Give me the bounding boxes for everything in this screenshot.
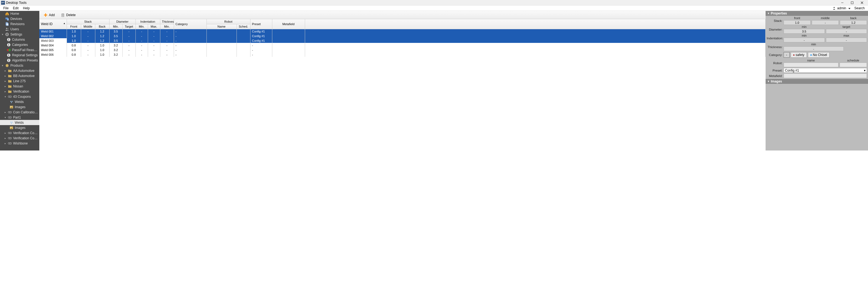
sidebar-item-product[interactable]: ▸Coin Calibration 1...	[0, 110, 39, 115]
minimize-button[interactable]	[837, 0, 847, 5]
table-cell[interactable]: -	[148, 43, 160, 48]
table-cell[interactable]	[305, 43, 765, 48]
table-cell[interactable]: -	[174, 48, 207, 52]
col-robot-sched[interactable]: Sched.	[237, 24, 250, 29]
prop-indent-min-value[interactable]: -	[784, 38, 825, 42]
sidebar-item-product[interactable]: ▾Part1	[0, 115, 39, 120]
col-robot[interactable]: Robot	[207, 19, 250, 24]
table-cell[interactable]: Config #1	[250, 34, 272, 38]
table-cell[interactable]: 1.0	[67, 29, 81, 34]
table-row[interactable]: Weld 0011.0-1.23.5-----Config #1	[39, 29, 766, 34]
col-diam-target[interactable]: Target	[122, 24, 135, 29]
prop-diam-min-value[interactable]: 3.5	[784, 29, 825, 34]
sidebar-item-users[interactable]: Users	[0, 27, 39, 32]
table-cell[interactable]: -	[122, 52, 135, 57]
table-cell[interactable]: -	[135, 43, 148, 48]
properties-header[interactable]: ▼ Properties	[766, 11, 868, 16]
table-cell[interactable]: 3.2	[109, 52, 122, 57]
table-cell[interactable]	[207, 48, 237, 52]
sidebar-item-devices[interactable]: Devices	[0, 16, 39, 21]
table-cell[interactable]: -	[174, 43, 207, 48]
sidebar-item-product[interactable]: ▸AA Automotive	[0, 68, 39, 73]
col-diameter[interactable]: Diameter	[109, 19, 135, 24]
col-diam-min[interactable]: Min.	[109, 24, 122, 29]
sidebar-item-product[interactable]: ▸BB Automotive	[0, 73, 39, 79]
sidebar-item-product[interactable]: ▸Wishbone	[0, 141, 39, 146]
table-cell[interactable]	[207, 43, 237, 48]
table-cell[interactable]: -	[81, 52, 95, 57]
table-cell[interactable]: -	[81, 48, 95, 52]
table-cell[interactable]: -	[174, 38, 207, 43]
table-cell[interactable]	[207, 29, 237, 34]
sidebar-item-algorithm[interactable]: i Algorithm Presets	[0, 58, 39, 63]
menu-help[interactable]: Help	[21, 6, 32, 11]
sidebar-item-welds[interactable]: Welds	[0, 120, 39, 125]
col-stack-back[interactable]: Back	[95, 24, 109, 29]
add-button[interactable]: Add	[41, 12, 57, 18]
prop-stack-middle-value[interactable]: -	[812, 20, 839, 25]
table-row[interactable]: Weld 0040.8-1.03.2------	[39, 43, 766, 48]
prop-stack-front-value[interactable]: 1.0	[784, 20, 811, 25]
prop-diam-target-value[interactable]: -	[826, 29, 867, 34]
close-button[interactable]	[857, 0, 867, 5]
sidebar-item-passfail[interactable]: Pass/Fail Reasons	[0, 47, 39, 53]
prop-thick-min-value[interactable]: -	[784, 47, 844, 51]
table-cell[interactable]: -	[122, 34, 135, 38]
col-indent-max[interactable]: Max.	[148, 24, 160, 29]
table-cell[interactable]: 3.2	[109, 48, 122, 52]
table-cell[interactable]: -	[148, 48, 160, 52]
table-row[interactable]: Weld 0060.8-1.03.2------	[39, 52, 766, 57]
table-cell[interactable]: 1.0	[67, 38, 81, 43]
table-row[interactable]: Weld 0021.0-1.23.5-----Config #1	[39, 34, 766, 38]
sidebar-item-products[interactable]: ▾ Products	[0, 63, 39, 68]
prop-indent-max-value[interactable]: -	[826, 38, 867, 42]
search-link[interactable]: Search	[852, 6, 867, 11]
col-robot-name[interactable]: Name	[207, 24, 237, 29]
prop-robot-name-value[interactable]	[784, 63, 838, 67]
prop-robot-sched-value[interactable]	[840, 63, 867, 67]
col-weld-id[interactable]: Weld ID▲	[39, 19, 67, 29]
table-cell[interactable]: 3.5	[109, 38, 122, 43]
table-cell[interactable]: -	[160, 29, 174, 34]
table-cell[interactable]	[305, 52, 765, 57]
col-stack-front[interactable]: Front	[67, 24, 81, 29]
table-cell[interactable]: -	[148, 34, 160, 38]
table-cell[interactable]: -	[135, 48, 148, 52]
sidebar-item-product[interactable]: ▸Verification Coup...	[0, 130, 39, 136]
table-cell[interactable]: -	[160, 38, 174, 43]
table-cell[interactable]: -	[160, 43, 174, 48]
col-stack-middle[interactable]: Middle	[81, 24, 95, 29]
category-option[interactable]: No Chisel	[808, 52, 830, 58]
table-cell[interactable]	[207, 38, 237, 43]
table-cell[interactable]: Config #1	[250, 38, 272, 43]
sidebar-item-images[interactable]: Images	[0, 125, 39, 130]
table-cell[interactable]	[272, 48, 305, 52]
table-cell[interactable]: Weld 003	[39, 38, 67, 43]
table-cell[interactable]: Weld 005	[39, 48, 67, 52]
table-cell[interactable]	[272, 43, 305, 48]
table-cell[interactable]: Weld 001	[39, 29, 67, 34]
sidebar-item-product[interactable]: ▸Verification	[0, 89, 39, 94]
table-cell[interactable]: 3.2	[109, 43, 122, 48]
weld-table[interactable]: Weld ID▲ Stack Diameter Indentation Thic…	[39, 19, 766, 150]
images-header[interactable]: ▼ Images	[766, 79, 868, 84]
delete-button[interactable]: Delete	[59, 12, 78, 18]
table-cell[interactable]: -	[81, 38, 95, 43]
table-cell[interactable]	[305, 48, 765, 52]
table-cell[interactable]: -	[135, 34, 148, 38]
table-cell[interactable]: Config #1	[250, 29, 272, 34]
table-cell[interactable]	[207, 52, 237, 57]
table-cell[interactable]: -	[148, 29, 160, 34]
table-cell[interactable]: 1.0	[95, 52, 109, 57]
sidebar-item-product[interactable]: ▸Verification Coup...	[0, 136, 39, 141]
table-row[interactable]: Weld 0050.8-1.03.2------	[39, 48, 766, 52]
sidebar-item-columns[interactable]: i Columns	[0, 37, 39, 42]
col-thickness[interactable]: Thickness	[160, 19, 174, 24]
sidebar-item-regional[interactable]: i Regional Settings	[0, 53, 39, 58]
table-cell[interactable]: -	[174, 29, 207, 34]
col-metafield[interactable]: Metafield	[272, 19, 305, 29]
col-indent-min[interactable]: Min.	[135, 24, 148, 29]
table-cell[interactable]: -	[135, 29, 148, 34]
table-cell[interactable]	[237, 52, 250, 57]
table-cell[interactable]	[305, 29, 765, 34]
